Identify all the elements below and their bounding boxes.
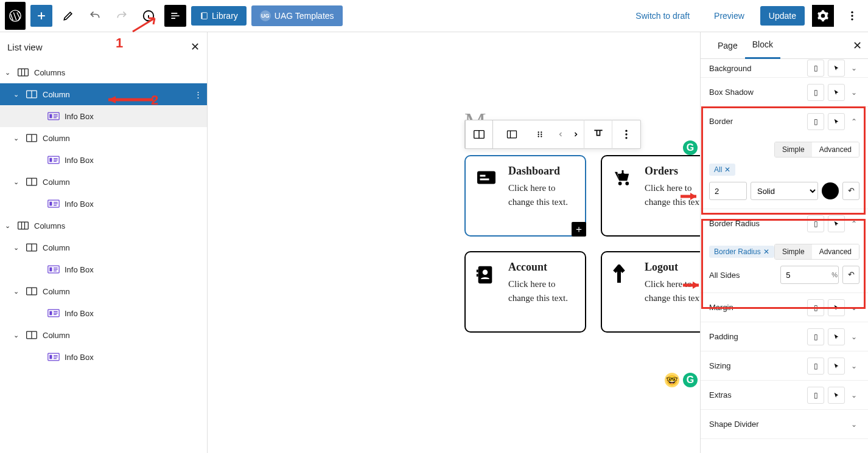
border-desktop-icon[interactable]: ▯ xyxy=(807,113,824,130)
info-box-card[interactable]: DashboardClick here to change this text.… xyxy=(464,155,586,237)
card-text[interactable]: Click here to change this text. xyxy=(508,277,575,305)
radius-tag[interactable]: Border Radius ✕ xyxy=(709,246,774,258)
tree-item-column[interactable]: ⌄Column xyxy=(0,127,207,149)
info-box-card[interactable]: LogoutClick here to change this text. xyxy=(601,251,700,333)
border-all-tag[interactable]: All ✕ xyxy=(709,164,735,176)
chevron-down-icon[interactable]: ⌄ xyxy=(13,288,21,296)
tab-page[interactable]: Page xyxy=(710,32,745,59)
chevron-down-icon[interactable]: ⌄ xyxy=(13,134,21,142)
margin-toggle[interactable]: ⌄ xyxy=(849,303,859,312)
boxshadow-toggle[interactable]: ⌄ xyxy=(849,88,859,97)
card-text[interactable]: Click here to change this text. xyxy=(508,181,575,209)
border-reset-button[interactable]: ↶ xyxy=(842,182,859,200)
redo-button[interactable] xyxy=(111,5,133,27)
border-advanced-tab[interactable]: Advanced xyxy=(812,142,859,157)
tree-item-column[interactable]: ⌄Column xyxy=(0,280,207,302)
wordpress-logo[interactable] xyxy=(5,2,26,30)
radius-toggle[interactable]: ⌃ xyxy=(849,220,859,228)
settings-button[interactable] xyxy=(812,5,834,27)
update-button[interactable]: Update xyxy=(760,6,805,26)
radius-reset-button[interactable]: ↶ xyxy=(842,266,859,284)
list-view-close[interactable]: ✕ xyxy=(191,40,200,54)
list-view-toggle[interactable] xyxy=(164,5,186,27)
sizing-toggle[interactable]: ⌄ xyxy=(849,362,859,370)
block-type-button[interactable] xyxy=(465,120,493,149)
card-title[interactable]: Orders xyxy=(645,165,700,178)
border-simple-tab[interactable]: Simple xyxy=(775,142,812,157)
tree-item-columns[interactable]: ⌄Columns xyxy=(0,61,207,83)
border-width-input[interactable] xyxy=(709,182,747,200)
radius-value-input[interactable] xyxy=(780,266,839,284)
tab-block[interactable]: Block xyxy=(745,32,780,59)
more-options-button[interactable] xyxy=(841,5,863,27)
radius-advanced-tab[interactable]: Advanced xyxy=(812,244,859,259)
sizing-desktop-icon[interactable]: ▯ xyxy=(807,358,824,375)
boxshadow-hover-icon[interactable] xyxy=(828,84,845,101)
extras-hover-icon[interactable] xyxy=(828,387,845,404)
tree-item-infobox[interactable]: Info Box xyxy=(0,258,207,280)
tree-item-options[interactable]: ⋮ xyxy=(194,90,202,99)
block-drag-handle[interactable] xyxy=(526,120,554,149)
border-color-swatch[interactable] xyxy=(822,182,839,199)
card-add-button[interactable]: ＋ xyxy=(572,222,586,237)
shape-toggle[interactable]: ⌄ xyxy=(849,420,859,429)
border-style-select[interactable]: Solid xyxy=(751,182,818,200)
card-text[interactable]: Click here to change this text. xyxy=(645,181,700,209)
background-hover-icon[interactable] xyxy=(828,60,845,77)
padding-desktop-icon[interactable]: ▯ xyxy=(807,328,824,345)
border-all-remove-icon[interactable]: ✕ xyxy=(724,165,730,174)
move-up-button[interactable] xyxy=(554,120,567,149)
grammarly-icon-2[interactable]: G xyxy=(683,373,698,387)
edit-mode-icon[interactable] xyxy=(57,5,79,27)
chevron-down-icon[interactable]: ⌄ xyxy=(13,91,21,99)
grammarly-icon[interactable]: G xyxy=(683,140,698,155)
tree-item-infobox[interactable]: Info Box xyxy=(0,105,207,127)
extras-toggle[interactable]: ⌄ xyxy=(849,391,859,399)
editor-canvas[interactable]: M xyxy=(208,32,700,453)
block-vertical-align[interactable] xyxy=(584,120,612,149)
chevron-down-icon[interactable]: ⌄ xyxy=(13,244,21,252)
card-title[interactable]: Dashboard xyxy=(508,165,575,178)
radius-simple-tab[interactable]: Simple xyxy=(775,244,812,259)
emoji-icon[interactable]: 🤓 xyxy=(665,373,679,387)
undo-button[interactable] xyxy=(84,5,106,27)
tree-item-columns[interactable]: ⌄Columns xyxy=(0,215,207,237)
chevron-down-icon[interactable]: ⌄ xyxy=(13,331,21,339)
margin-desktop-icon[interactable]: ▯ xyxy=(807,299,824,316)
tree-item-infobox[interactable]: Info Box xyxy=(0,149,207,171)
radius-desktop-icon[interactable]: ▯ xyxy=(807,215,824,232)
tree-item-column[interactable]: ⌄Column xyxy=(0,324,207,346)
margin-hover-icon[interactable] xyxy=(828,299,845,316)
card-title[interactable]: Logout xyxy=(645,261,700,274)
settings-close[interactable]: ✕ xyxy=(853,39,862,52)
tree-item-column[interactable]: ⌄Column xyxy=(0,171,207,193)
info-box-card[interactable]: AccountClick here to change this text. xyxy=(464,251,586,333)
chevron-down-icon[interactable]: ⌄ xyxy=(5,222,12,230)
background-desktop-icon[interactable]: ▯ xyxy=(807,60,824,77)
info-button[interactable] xyxy=(138,5,159,27)
tree-item-column[interactable]: ⌄Column xyxy=(0,237,207,258)
block-align-button[interactable] xyxy=(498,120,526,149)
tree-item-infobox[interactable]: Info Box xyxy=(0,346,207,368)
move-down-button[interactable] xyxy=(567,120,584,149)
sizing-hover-icon[interactable] xyxy=(828,358,845,375)
extras-desktop-icon[interactable]: ▯ xyxy=(807,387,824,404)
switch-to-draft-button[interactable]: Switch to draft xyxy=(627,6,698,26)
info-box-card[interactable]: OrdersClick here to change this text. xyxy=(601,155,700,237)
uag-templates-button[interactable]: UG UAG Templates xyxy=(251,5,343,26)
boxshadow-desktop-icon[interactable]: ▯ xyxy=(807,84,824,101)
preview-button[interactable]: Preview xyxy=(705,6,753,26)
card-title[interactable]: Account xyxy=(508,261,575,274)
border-toggle[interactable]: ⌃ xyxy=(849,117,859,126)
card-text[interactable]: Click here to change this text. xyxy=(645,277,700,305)
block-more-options[interactable] xyxy=(612,120,640,149)
padding-hover-icon[interactable] xyxy=(828,328,845,345)
radius-hover-icon[interactable] xyxy=(828,215,845,232)
background-toggle[interactable]: ⌄ xyxy=(849,64,859,72)
radius-tag-remove-icon[interactable]: ✕ xyxy=(763,247,769,256)
chevron-down-icon[interactable]: ⌄ xyxy=(13,178,21,186)
library-button[interactable]: Library xyxy=(191,6,247,26)
border-hover-icon[interactable] xyxy=(828,113,845,130)
tree-item-column[interactable]: ⌄Column⋮ xyxy=(0,83,207,105)
padding-toggle[interactable]: ⌄ xyxy=(849,333,859,341)
